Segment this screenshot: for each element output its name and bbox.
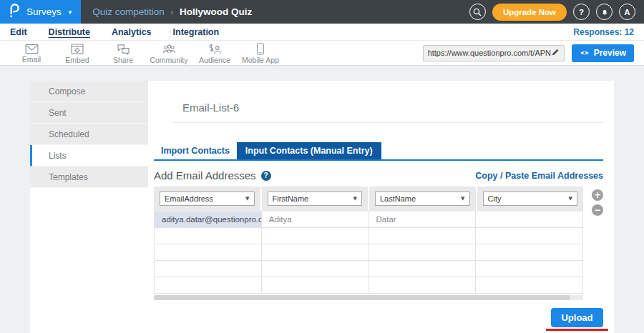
column-header: LastName ▼ bbox=[369, 187, 476, 211]
nav-item-analytics[interactable]: Analytics bbox=[112, 27, 152, 37]
column-select-firstname[interactable]: FirstName ▼ bbox=[268, 192, 363, 206]
cell-lastname[interactable]: Datar bbox=[369, 212, 477, 227]
sidebar-item-label: Scheduled bbox=[49, 129, 89, 139]
breadcrumb: Quiz competition › Hollywood Quiz bbox=[92, 6, 252, 17]
column-select-city[interactable]: City ▼ bbox=[483, 192, 578, 206]
cell-lastname[interactable] bbox=[369, 244, 477, 260]
product-name: Surveys bbox=[26, 6, 62, 17]
nav-item-distribute[interactable]: Distribute bbox=[49, 27, 90, 37]
search-icon bbox=[472, 7, 482, 17]
contacts-grid: EmailAddress ▼ FirstName ▼ bbox=[154, 187, 583, 300]
table-row bbox=[155, 261, 583, 277]
column-select-lastname[interactable]: LastName ▼ bbox=[375, 192, 470, 206]
sidebar-item-label: Lists bbox=[49, 151, 67, 161]
survey-nav: Edit Distribute Analytics Integration Re… bbox=[0, 24, 644, 41]
email-panel: Compose Sent Scheduled Lists Templates E… bbox=[30, 81, 614, 333]
edit-url-icon[interactable] bbox=[551, 46, 560, 59]
page-body: Compose Sent Scheduled Lists Templates E… bbox=[0, 66, 644, 333]
annotation-underline bbox=[546, 329, 608, 331]
cell-email[interactable] bbox=[155, 244, 262, 260]
copy-paste-link[interactable]: Copy / Paste Email Addresses bbox=[475, 171, 603, 181]
upgrade-now-button[interactable]: Upgrade Now bbox=[492, 4, 567, 21]
column-select-emailaddress[interactable]: EmailAddress ▼ bbox=[160, 192, 255, 206]
cell-city[interactable] bbox=[476, 228, 583, 244]
add-row-button[interactable]: + bbox=[592, 189, 603, 201]
cell-firstname[interactable]: Aditya bbox=[262, 212, 369, 227]
product-switcher[interactable]: Surveys ▾ bbox=[0, 0, 81, 24]
survey-url-input[interactable] bbox=[428, 49, 551, 57]
channel-embed[interactable]: Embed bbox=[54, 41, 100, 64]
sidebar-item-lists[interactable]: Lists bbox=[30, 145, 148, 166]
help-button[interactable]: ? bbox=[573, 4, 590, 20]
help-icon[interactable]: ? bbox=[261, 171, 271, 181]
sidebar-item-scheduled[interactable]: Scheduled bbox=[30, 124, 148, 145]
nav-item-edit[interactable]: Edit bbox=[10, 27, 27, 37]
cell-city[interactable] bbox=[476, 244, 583, 260]
column-header: EmailAddress ▼ bbox=[154, 187, 260, 211]
sidebar-item-templates[interactable]: Templates bbox=[30, 166, 148, 188]
upload-wrap: Upload bbox=[551, 308, 603, 327]
breadcrumb-current: Hollywood Quiz bbox=[180, 6, 252, 17]
cell-email[interactable] bbox=[155, 228, 262, 244]
cell-firstname[interactable] bbox=[262, 244, 369, 260]
select-value: City bbox=[488, 194, 502, 203]
cell-email[interactable] bbox=[155, 261, 262, 277]
tab-input-contacts-manual[interactable]: Input Contacts (Manual Entry) bbox=[237, 142, 381, 159]
share-icon bbox=[117, 44, 130, 55]
upload-row: Upload bbox=[154, 308, 603, 327]
sidebar-item-label: Templates bbox=[49, 172, 88, 182]
upload-button[interactable]: Upload bbox=[551, 308, 603, 327]
channel-label: Share bbox=[113, 56, 133, 64]
mobile-app-icon bbox=[256, 43, 265, 55]
horizontal-scrollbar[interactable] bbox=[154, 295, 583, 300]
search-button[interactable] bbox=[469, 4, 486, 20]
top-bar: Surveys ▾ Quiz competition › Hollywood Q… bbox=[0, 0, 644, 24]
cell-city[interactable] bbox=[476, 277, 583, 293]
channel-label: Mobile App bbox=[242, 56, 279, 64]
scrollbar-thumb[interactable] bbox=[154, 295, 570, 300]
cell-firstname[interactable] bbox=[262, 277, 369, 293]
select-value: LastName bbox=[380, 194, 416, 203]
chevron-down-icon: ▼ bbox=[245, 196, 249, 202]
tab-import-contacts[interactable]: Import Contacts bbox=[154, 142, 237, 159]
channel-community[interactable]: Community bbox=[146, 41, 192, 64]
table-row bbox=[155, 244, 583, 261]
preview-button[interactable]: Preview bbox=[572, 44, 634, 62]
channel-email[interactable]: Email bbox=[9, 41, 54, 64]
email-icon bbox=[25, 44, 39, 54]
sidebar-item-compose[interactable]: Compose bbox=[30, 81, 148, 102]
cell-firstname[interactable] bbox=[262, 261, 369, 277]
cell-city[interactable] bbox=[476, 261, 583, 277]
channel-label: Audience bbox=[199, 56, 230, 64]
chevron-down-icon: ▾ bbox=[69, 9, 72, 16]
cell-email[interactable] bbox=[155, 277, 262, 293]
channel-mobile-app[interactable]: Mobile App bbox=[238, 41, 283, 64]
grid-body: aditya.datar@questionpro.com Aditya Data… bbox=[154, 211, 583, 294]
section-title: Add Email Addresses bbox=[154, 169, 256, 182]
column-header: FirstName ▼ bbox=[262, 187, 369, 211]
avatar[interactable]: A bbox=[619, 4, 635, 20]
cell-city[interactable] bbox=[476, 212, 583, 227]
sidebar-item-sent[interactable]: Sent bbox=[30, 102, 148, 124]
cell-lastname[interactable] bbox=[369, 277, 477, 293]
responses-count[interactable]: Responses: 12 bbox=[573, 27, 634, 37]
remove-row-button[interactable]: − bbox=[592, 204, 603, 216]
chevron-down-icon: ▼ bbox=[461, 196, 464, 202]
cell-lastname[interactable] bbox=[369, 228, 477, 244]
breadcrumb-separator-icon: › bbox=[170, 6, 174, 17]
page-title: Email-List-6 bbox=[182, 101, 603, 114]
list-content: Email-List-6 Import Contacts Input Conta… bbox=[148, 81, 614, 333]
cell-email[interactable]: aditya.datar@questionpro.com bbox=[155, 212, 262, 227]
audience-icon bbox=[208, 44, 222, 55]
bell-icon bbox=[600, 7, 610, 17]
cell-firstname[interactable] bbox=[262, 228, 369, 244]
row-controls: + − bbox=[592, 187, 603, 216]
nav-item-integration[interactable]: Integration bbox=[173, 27, 220, 37]
channel-audience[interactable]: Audience bbox=[192, 41, 238, 64]
channel-share[interactable]: Share bbox=[100, 41, 146, 64]
notifications-button[interactable] bbox=[596, 4, 613, 20]
select-value: EmailAddress bbox=[165, 194, 213, 203]
breadcrumb-parent[interactable]: Quiz competition bbox=[92, 6, 165, 17]
column-header: City ▼ bbox=[477, 187, 584, 211]
cell-lastname[interactable] bbox=[369, 261, 477, 277]
